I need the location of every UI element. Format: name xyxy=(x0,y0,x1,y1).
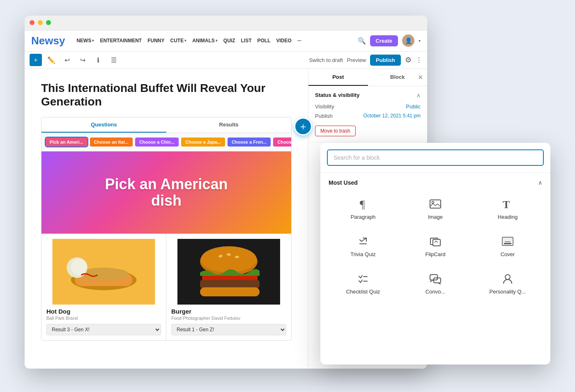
sidebar-tabs: Post Block ✕ xyxy=(308,69,427,86)
more-options-icon[interactable]: ⋮ xyxy=(416,56,422,64)
nav-quiz[interactable]: QUIZ xyxy=(223,38,235,44)
nav-video[interactable]: VIDEO xyxy=(276,38,292,44)
minimize-dot[interactable] xyxy=(38,20,43,25)
add-block-button[interactable]: ＋ xyxy=(30,54,42,66)
svg-line-31 xyxy=(361,275,362,278)
block-flipcard[interactable]: FlipCard xyxy=(401,228,470,262)
floating-add-button[interactable]: ＋ xyxy=(294,117,312,135)
publish-button[interactable]: Publish xyxy=(370,55,401,66)
search-icon[interactable]: 🔍 xyxy=(358,37,366,45)
svg-rect-28 xyxy=(504,243,511,244)
editor-main: This International Buffet Will Reveal Yo… xyxy=(25,69,308,369)
pill-5[interactable]: Choose a Fren... xyxy=(228,138,271,147)
block-convo[interactable]: Convo... xyxy=(401,266,470,300)
most-used-header: Most Used ∧ xyxy=(329,173,542,191)
nav-more[interactable]: ··· xyxy=(297,38,301,44)
nav-funny[interactable]: FUNNY xyxy=(147,38,164,44)
checklist-quiz-icon xyxy=(356,272,370,285)
visibility-value[interactable]: Public xyxy=(406,103,421,110)
brand-logo[interactable]: Newsy xyxy=(31,34,65,47)
move-to-trash-button[interactable]: Move to trash xyxy=(315,126,356,136)
food-item-hotdog: Hot Dog Ball Park Brand Result 3 - Gen X… xyxy=(41,234,166,340)
quiz-tab-bar: Questions Results xyxy=(41,117,291,133)
pill-3[interactable]: Choose a Chin... xyxy=(135,138,179,147)
visibility-label: Visibility xyxy=(315,103,334,110)
block-trivia-quiz[interactable]: Trivia Quiz xyxy=(329,228,398,262)
sidebar-tab-post[interactable]: Post xyxy=(308,69,368,86)
svg-rect-29 xyxy=(505,241,511,242)
publish-label: Publish xyxy=(315,113,333,119)
settings-icon[interactable]: ⚙ xyxy=(405,55,412,64)
status-collapse-icon[interactable]: ∧ xyxy=(416,92,421,99)
block-paragraph[interactable]: ¶ Paragraph xyxy=(329,191,398,225)
nav-icons: 🔍 Create 👤 ▾ xyxy=(358,34,421,47)
svg-rect-25 xyxy=(433,239,440,246)
block-personality-quiz[interactable]: Personality Q... xyxy=(473,266,542,300)
block-search-input[interactable] xyxy=(327,149,544,166)
svg-rect-14 xyxy=(200,287,260,296)
burger-name: Burger xyxy=(171,308,286,315)
nav-poll[interactable]: POLL xyxy=(258,38,271,44)
block-checklist-quiz[interactable]: Checklist Quiz xyxy=(329,266,398,300)
nav-cute[interactable]: CUTE ▾ xyxy=(170,38,187,44)
pill-2[interactable]: Choose an Ital... xyxy=(90,138,133,147)
image-icon xyxy=(429,197,442,211)
svg-text:¶: ¶ xyxy=(360,198,365,211)
visibility-row: Visibility Public xyxy=(315,103,421,110)
redo-button[interactable]: ↪ xyxy=(76,54,89,66)
nav-list[interactable]: LIST xyxy=(241,38,252,44)
convo-label: Convo... xyxy=(426,289,445,295)
quiz-image-area: Pick an Americandish xyxy=(41,151,291,234)
list-view-button[interactable]: ☰ xyxy=(108,54,120,66)
publish-date[interactable]: October 12, 2021 5:41 pm xyxy=(363,113,421,119)
svg-point-38 xyxy=(505,275,510,280)
info-button[interactable]: ℹ xyxy=(92,54,104,66)
editor-toolbar: ＋ ✏️ ↩ ↪ ℹ ☰ Switch to draft Preview Pub… xyxy=(25,52,427,69)
pill-1[interactable]: Pick an Ameri... xyxy=(46,138,87,147)
switch-draft-button[interactable]: Switch to draft xyxy=(309,57,343,63)
brush-tool-button[interactable]: ✏️ xyxy=(45,54,58,66)
burger-image xyxy=(171,239,286,305)
tab-results[interactable]: Results xyxy=(166,117,291,133)
cover-icon xyxy=(501,235,514,248)
convo-icon xyxy=(429,272,442,285)
block-image[interactable]: Image xyxy=(401,191,470,225)
nav-animals[interactable]: ANIMALS ▾ xyxy=(192,38,218,44)
publish-row: Publish October 12, 2021 5:41 pm xyxy=(315,113,421,119)
block-heading[interactable]: T Heading xyxy=(473,191,542,225)
hotdog-name: Hot Dog xyxy=(46,308,161,315)
nav-entertainment[interactable]: ENTERTAINMENT xyxy=(100,38,142,44)
hotdog-result-select[interactable]: Result 3 - Gen X! xyxy=(46,324,161,335)
block-cover[interactable]: Cover xyxy=(473,228,542,262)
svg-line-34 xyxy=(361,280,362,282)
sidebar-close-button[interactable]: ✕ xyxy=(418,73,423,81)
browser-chrome xyxy=(25,16,427,30)
section-collapse-icon[interactable]: ∧ xyxy=(538,179,542,186)
heading-label: Heading xyxy=(498,214,518,220)
svg-point-17 xyxy=(432,201,434,203)
create-button[interactable]: Create xyxy=(370,35,398,46)
nav-news[interactable]: NEWS ▾ xyxy=(76,38,94,44)
food-item-burger: Burger Food Photographer David Fedulov R… xyxy=(166,234,291,340)
burger-result-select[interactable]: Result 1 - Gen Z! xyxy=(171,324,286,335)
nav-links: NEWS ▾ ENTERTAINMENT FUNNY CUTE ▾ ANIMAL… xyxy=(76,38,349,44)
account-caret[interactable]: ▾ xyxy=(419,39,421,43)
hotdog-image xyxy=(46,239,161,305)
pill-6[interactable]: Choose a Mex... xyxy=(273,138,291,147)
trivia-quiz-icon xyxy=(356,235,370,248)
status-section: Status & visibility ∧ Visibility Public … xyxy=(308,86,427,142)
navbar: Newsy NEWS ▾ ENTERTAINMENT FUNNY CUTE ▾ … xyxy=(25,30,427,52)
close-dot[interactable] xyxy=(30,20,34,25)
undo-button[interactable]: ↩ xyxy=(61,54,73,66)
burger-brand: Food Photographer David Fedulov xyxy=(171,316,286,321)
tab-questions[interactable]: Questions xyxy=(41,117,166,133)
post-title[interactable]: This International Buffet Will Reveal Yo… xyxy=(41,81,288,109)
avatar[interactable]: 👤 xyxy=(402,34,414,47)
personality-quiz-icon xyxy=(501,272,514,285)
block-inserter-panel: Most Used ∧ ¶ Paragraph xyxy=(320,143,550,364)
most-used-label: Most Used xyxy=(329,179,358,186)
pill-4[interactable]: Choose a Japa... xyxy=(181,138,225,147)
fullscreen-dot[interactable] xyxy=(46,20,51,25)
question-pills: Pick an Ameri... Choose an Ital... Choos… xyxy=(41,133,291,151)
preview-button[interactable]: Preview xyxy=(347,57,366,63)
